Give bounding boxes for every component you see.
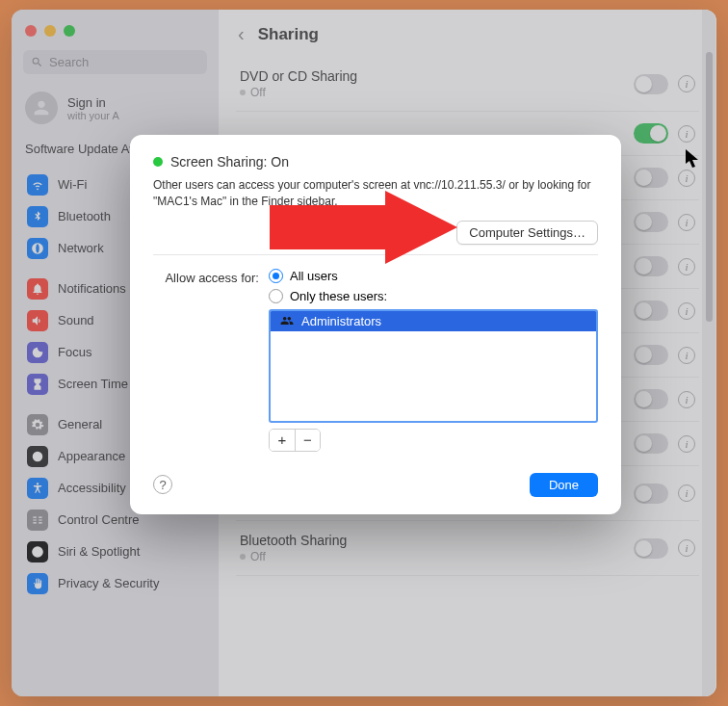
help-button[interactable]: ?	[153, 475, 172, 494]
status-dot-on	[153, 157, 163, 167]
radio-only-label: Only these users:	[290, 289, 387, 303]
list-item[interactable]: Administrators	[271, 311, 596, 331]
radio-icon	[269, 289, 283, 303]
done-button[interactable]: Done	[530, 473, 598, 497]
radio-icon	[269, 269, 283, 283]
screen-sharing-modal: Screen Sharing: On Other users can acces…	[130, 135, 621, 514]
radio-all-label: All users	[290, 269, 338, 283]
radio-all-users[interactable]: All users	[269, 269, 598, 283]
list-item-label: Administrators	[301, 314, 381, 328]
access-label: Allow access for:	[153, 269, 259, 285]
user-listbox[interactable]: Administrators	[269, 309, 598, 423]
add-button[interactable]: +	[270, 430, 295, 451]
radio-only-users[interactable]: Only these users:	[269, 289, 598, 303]
remove-button[interactable]: −	[295, 430, 320, 451]
add-remove-control: + −	[269, 429, 321, 452]
divider	[153, 254, 598, 255]
computer-settings-button[interactable]: Computer Settings…	[456, 221, 598, 245]
people-icon	[278, 314, 296, 327]
modal-description: Other users can access your computer's s…	[153, 177, 598, 211]
modal-title: Screen Sharing: On	[170, 154, 289, 170]
cursor-icon	[686, 149, 701, 169]
